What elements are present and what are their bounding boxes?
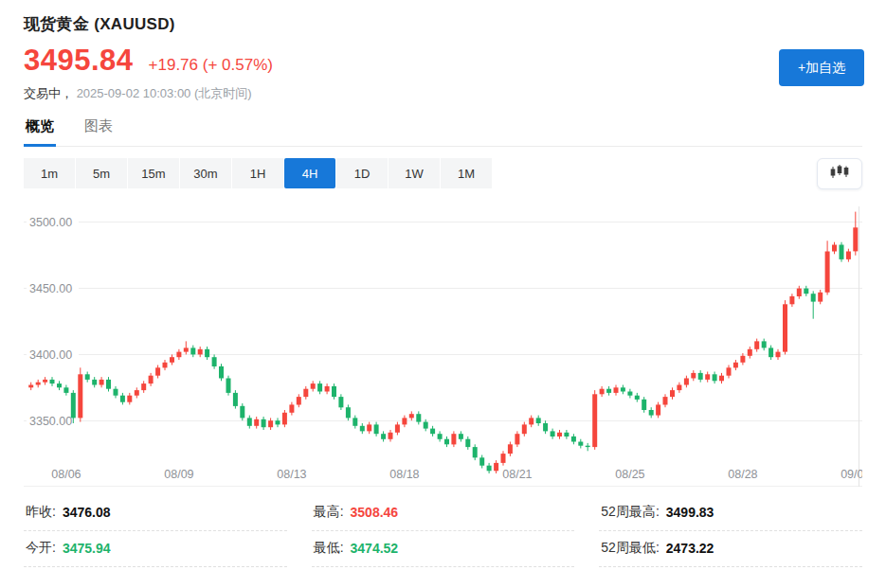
tab-bar: 概览 图表 [24,117,862,147]
svg-text:3400.00: 3400.00 [29,348,72,362]
svg-text:08/06: 08/06 [51,468,81,481]
tab-overview[interactable]: 概览 [24,117,56,146]
stat-low: 最低: 3474.52 [312,531,575,567]
stat-52w-low: 52周最低: 2473.22 [599,531,862,567]
chart-type-button[interactable] [817,158,862,189]
svg-text:08/21: 08/21 [502,468,532,481]
svg-text:3500.00: 3500.00 [29,216,72,229]
stat-prev-close: 昨收: 3476.08 [24,495,287,531]
stat-52w-high: 52周最高: 3499.83 [599,495,862,531]
svg-text:08/28: 08/28 [728,468,757,481]
chart-canvas[interactable]: 3500.003450.003400.003350.0008/0608/0908… [24,206,862,487]
timeframe-1w[interactable]: 1W [389,158,440,188]
stats-col-2: 最高: 3508.46 最低: 3474.52 [312,495,575,567]
timezone-note: (北京时间) [194,86,252,100]
stats-grid: 昨收: 3476.08 今开: 3475.94 最高: 3508.46 最低: … [24,495,862,567]
tab-chart[interactable]: 图表 [82,117,115,146]
timeframe-group: 1m 5m 15m 30m 1H 4H 1D 1W 1M [24,158,493,188]
last-price: 3495.84 [24,44,134,78]
instrument-title: 现货黄金 (XAUUSD) [24,13,862,35]
candlestick-icon [829,164,850,184]
timeframe-4h[interactable]: 4H [284,158,335,188]
price-change: +19.76 (+ 0.57%) [149,56,273,75]
svg-text:3450.00: 3450.00 [29,282,72,295]
candlestick-chart[interactable]: 3500.003450.003400.003350.0008/0608/0908… [24,206,862,487]
timeframe-1d[interactable]: 1D [336,158,388,188]
timeframe-1h[interactable]: 1H [232,158,283,188]
svg-text:08/25: 08/25 [615,468,644,481]
svg-text:09/02: 09/02 [841,468,862,481]
trading-status: 交易中， [24,86,73,100]
stats-col-1: 昨收: 3476.08 今开: 3475.94 [24,495,287,567]
quote-page: 现货黄金 (XAUUSD) +加自选 3495.84 +19.76 (+ 0.5… [0,0,886,588]
price-row: 3495.84 +19.76 (+ 0.57%) [24,44,862,78]
timeframe-30m[interactable]: 30m [180,158,231,188]
chart-toolbar: 1m 5m 15m 30m 1H 4H 1D 1W 1M [24,158,862,189]
add-watchlist-button[interactable]: +加自选 [779,49,864,86]
status-row: 交易中， 2025-09-02 10:03:00 (北京时间) [24,85,862,102]
timeframe-1m[interactable]: 1m [24,158,75,188]
svg-text:3350.00: 3350.00 [29,415,72,428]
stat-high: 最高: 3508.46 [312,495,575,531]
stat-open: 今开: 3475.94 [24,531,287,567]
timeframe-1m-month[interactable]: 1M [441,158,492,188]
svg-text:08/13: 08/13 [277,468,306,481]
header: 现货黄金 (XAUUSD) +加自选 3495.84 +19.76 (+ 0.5… [24,13,862,102]
svg-text:08/09: 08/09 [164,468,193,481]
timeframe-5m[interactable]: 5m [76,158,127,188]
timeframe-15m[interactable]: 15m [128,158,179,188]
quote-timestamp: 2025-09-02 10:03:00 [77,86,191,100]
svg-text:08/18: 08/18 [389,468,419,481]
stats-col-3: 52周最高: 3499.83 52周最低: 2473.22 [599,495,862,567]
